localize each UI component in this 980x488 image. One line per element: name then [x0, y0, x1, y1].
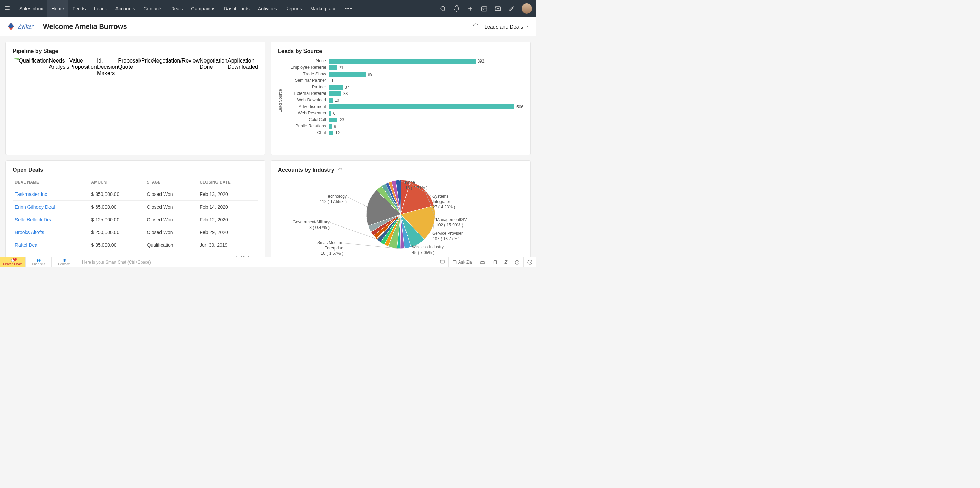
- bell-icon[interactable]: [453, 5, 460, 13]
- bar-seminar-partner[interactable]: [329, 78, 329, 83]
- nav-leads[interactable]: Leads: [90, 0, 111, 17]
- bottom-tab-unread-chats[interactable]: 💬1Unread Chats: [0, 257, 26, 267]
- bar-none[interactable]: [329, 59, 476, 64]
- table-row: Brooks Altofts$ 250,000.00Closed WonFeb …: [13, 226, 258, 239]
- deal-closing-date: Feb 29, 2020: [197, 226, 258, 239]
- refresh-icon[interactable]: [338, 168, 343, 173]
- bar-value: 1: [331, 78, 334, 83]
- nav-deals[interactable]: Deals: [167, 0, 187, 17]
- top-navbar: SalesInboxHomeFeedsLeadsAccountsContacts…: [0, 0, 536, 17]
- bar-value: 8: [334, 124, 336, 129]
- pie-label: Service Provider107 ( 16.77% ): [433, 231, 463, 242]
- table-header: STAGE: [145, 176, 197, 188]
- pie-label: Wireless Industry45 ( 7.05% ): [412, 245, 444, 255]
- smart-chat-input[interactable]: Here is your Smart Chat (Ctrl+Space): [77, 260, 436, 265]
- nav-activities[interactable]: Activities: [254, 0, 281, 17]
- bar-advertisement[interactable]: [329, 105, 514, 109]
- bar-web-download[interactable]: [329, 98, 332, 103]
- nav-marketplace[interactable]: Marketplace: [306, 0, 340, 17]
- nav-campaigns[interactable]: Campaigns: [187, 0, 220, 17]
- pie-label: Government/Military3 ( 0.47% ): [282, 219, 329, 230]
- view-dropdown[interactable]: Leads and Deals: [484, 24, 530, 30]
- table-header: DEAL NAME: [13, 176, 89, 188]
- bar-category-label: Web Download: [284, 97, 329, 103]
- bar-category-label: Seminar Partner: [284, 77, 329, 84]
- nav-accounts[interactable]: Accounts: [111, 0, 140, 17]
- bar-partner[interactable]: [329, 85, 343, 90]
- calendar-icon[interactable]: 31: [480, 5, 488, 13]
- deal-amount: $ 250,000.00: [89, 226, 145, 239]
- y-axis-label: Lead Source: [278, 89, 283, 112]
- bar-external-referral[interactable]: [329, 91, 341, 96]
- bar-value: 506: [517, 105, 523, 109]
- bar-trade-show[interactable]: [329, 72, 366, 76]
- svg-rect-35: [440, 260, 444, 263]
- open-deals-table: DEAL NAMEAMOUNTSTAGECLOSING DATE Taskmas…: [13, 176, 258, 251]
- nav-dashboards[interactable]: Dashboards: [220, 0, 254, 17]
- deal-name-link[interactable]: Erinn Gilhooy Deal: [13, 201, 89, 213]
- deal-stage: Closed Won: [145, 188, 197, 201]
- nav-feeds[interactable]: Feeds: [68, 0, 90, 17]
- bar-value: 6: [333, 111, 336, 116]
- deal-amount: $ 35,000.00: [89, 239, 145, 251]
- brand-logo[interactable]: Zylker: [6, 20, 38, 33]
- page-title: Welcome Amelia Burrows: [43, 23, 127, 30]
- leads-bar-chart: Lead Source NoneEmployee ReferralTrade S…: [278, 58, 523, 144]
- deal-amount: $ 350,000.00: [89, 188, 145, 201]
- deal-name-link[interactable]: Taskmaster Inc: [13, 188, 89, 201]
- deal-amount: $ 65,000.00: [89, 201, 145, 213]
- nav-more[interactable]: •••: [340, 0, 357, 17]
- svg-rect-37: [453, 261, 456, 264]
- card-pipeline-by-stage: Pipeline by Stage QualificationNeeds Ana…: [5, 41, 265, 155]
- bar-value: 12: [336, 130, 340, 135]
- svg-line-44: [517, 262, 518, 262]
- avatar[interactable]: [522, 3, 532, 14]
- svg-rect-38: [480, 261, 485, 264]
- tools-icon[interactable]: [508, 5, 515, 13]
- search-icon[interactable]: [439, 5, 447, 13]
- funnel-label: Qualification: [19, 58, 49, 147]
- clipboard-icon[interactable]: [489, 257, 501, 267]
- bar-category-label: None: [284, 58, 329, 64]
- nav-home[interactable]: Home: [47, 0, 68, 17]
- bottom-tab-channels[interactable]: 👥Channels: [26, 257, 51, 267]
- bar-public-relations[interactable]: [329, 124, 332, 129]
- hamburger-icon[interactable]: [4, 5, 11, 13]
- funnel-chart: [13, 58, 19, 147]
- plus-icon[interactable]: [467, 5, 474, 13]
- card-title: Accounts by Industry: [278, 167, 334, 173]
- nav-contacts[interactable]: Contacts: [139, 0, 166, 17]
- refresh-icon[interactable]: [473, 23, 479, 30]
- bar-category-label: Partner: [284, 84, 329, 91]
- deal-name-link[interactable]: Raftel Deal: [13, 239, 89, 251]
- bar-web-research[interactable]: [329, 111, 331, 116]
- zia-icon[interactable]: Z: [501, 257, 511, 267]
- deal-name-link[interactable]: Brooks Altofts: [13, 226, 89, 239]
- bar-category-label: Web Research: [284, 110, 329, 116]
- gamepad-icon[interactable]: [476, 257, 489, 267]
- funnel-label: Needs Analysis: [49, 58, 69, 147]
- svg-line-4: [444, 10, 445, 11]
- mail-icon[interactable]: [494, 5, 502, 13]
- bar-cold-call[interactable]: [329, 118, 337, 122]
- bar-employee-referral[interactable]: [329, 65, 337, 70]
- nav-reports[interactable]: Reports: [281, 0, 306, 17]
- table-row: Raftel Deal$ 35,000.00QualificationJun 3…: [13, 239, 258, 251]
- ask-zia-button[interactable]: Ask Zia: [449, 257, 476, 267]
- monitor-icon[interactable]: [436, 257, 449, 267]
- bar-category-label: Chat: [284, 130, 329, 136]
- history-icon[interactable]: [523, 257, 536, 267]
- deal-name-link[interactable]: Selle Bellock Deal: [13, 213, 89, 226]
- bar-value: 23: [339, 118, 344, 122]
- deal-closing-date: Feb 14, 2020: [197, 201, 258, 213]
- deal-stage: Closed Won: [145, 226, 197, 239]
- bottom-tab-contacts[interactable]: 👤Contacts: [51, 257, 77, 267]
- clock-icon[interactable]: [511, 257, 523, 267]
- bar-chat[interactable]: [329, 130, 333, 135]
- pie-label: SystemsIntegrator27 ( 4.23% ): [433, 194, 455, 210]
- card-title: Leads by Source: [278, 48, 523, 54]
- bar-value: 33: [343, 91, 348, 96]
- nav-salesinbox[interactable]: SalesInbox: [15, 0, 47, 17]
- table-row: Taskmaster Inc$ 350,000.00Closed WonFeb …: [13, 188, 258, 201]
- bar-category-label: Cold Call: [284, 116, 329, 123]
